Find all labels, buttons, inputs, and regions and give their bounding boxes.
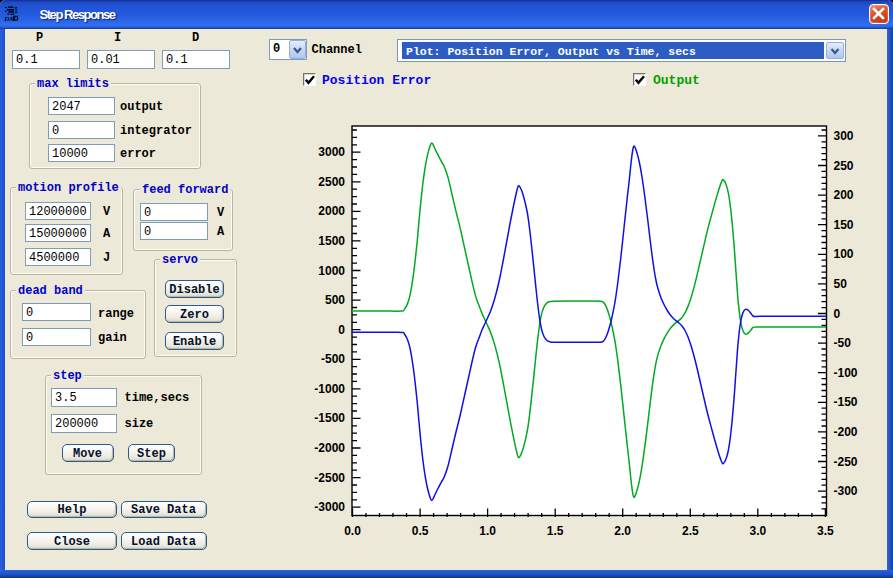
svg-text:-300: -300 — [834, 484, 858, 498]
svg-text:-2000: -2000 — [314, 441, 345, 455]
svg-text:1.5: 1.5 — [547, 524, 564, 538]
svg-text:150: 150 — [834, 218, 854, 232]
svg-text:3000: 3000 — [318, 145, 345, 159]
svg-text:1.0: 1.0 — [479, 524, 496, 538]
svg-text:1000: 1000 — [318, 264, 345, 278]
svg-text:3.5: 3.5 — [817, 524, 834, 538]
svg-text:1500: 1500 — [318, 234, 345, 248]
svg-text:-100: -100 — [834, 366, 858, 380]
svg-text:-250: -250 — [834, 455, 858, 469]
svg-text:50: 50 — [834, 277, 848, 291]
svg-text:-50: -50 — [834, 336, 852, 350]
svg-text:-500: -500 — [321, 352, 345, 366]
svg-text:2.0: 2.0 — [614, 524, 631, 538]
svg-text:3.0: 3.0 — [749, 524, 766, 538]
svg-text:0.0: 0.0 — [344, 524, 361, 538]
svg-text:-1500: -1500 — [314, 411, 345, 425]
svg-text:0: 0 — [338, 323, 345, 337]
svg-text:300: 300 — [834, 129, 854, 143]
svg-text:0.5: 0.5 — [412, 524, 429, 538]
svg-text:2500: 2500 — [318, 175, 345, 189]
svg-text:-200: -200 — [834, 425, 858, 439]
svg-text:2000: 2000 — [318, 204, 345, 218]
svg-text:-1000: -1000 — [314, 382, 345, 396]
svg-text:200: 200 — [834, 188, 854, 202]
svg-text:0: 0 — [834, 307, 841, 321]
svg-text:250: 250 — [834, 159, 854, 173]
svg-text:-150: -150 — [834, 395, 858, 409]
svg-text:100: 100 — [834, 247, 854, 261]
svg-text:2.5: 2.5 — [682, 524, 699, 538]
svg-text:-3000: -3000 — [314, 500, 345, 514]
svg-text:-2500: -2500 — [314, 471, 345, 485]
svg-text:500: 500 — [325, 293, 345, 307]
